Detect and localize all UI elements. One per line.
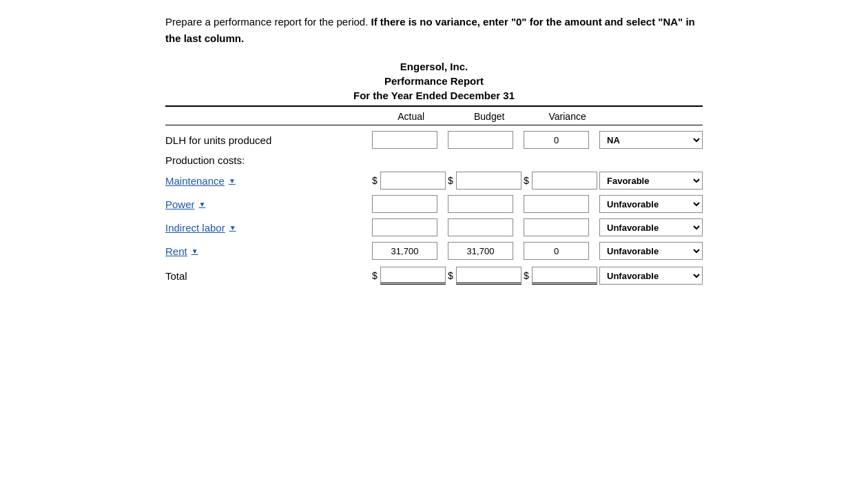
indirect-labor-variance-cell bbox=[524, 218, 599, 236]
rent-link-text: Rent bbox=[165, 245, 187, 257]
maintenance-budget-input[interactable] bbox=[456, 172, 521, 190]
power-budget-cell bbox=[448, 195, 524, 213]
total-label: Total bbox=[165, 270, 372, 282]
dlh-type-select[interactable]: NA Favorable Unfavorable bbox=[599, 131, 703, 149]
col-header-divider bbox=[165, 125, 703, 125]
dlh-variance-cell bbox=[524, 131, 599, 149]
rent-actual-cell bbox=[372, 242, 448, 260]
column-headers: Actual Budget Variance bbox=[165, 107, 703, 125]
power-actual-input[interactable] bbox=[372, 195, 437, 213]
maintenance-actual-cell: $ bbox=[372, 172, 448, 190]
maintenance-budget-cell: $ bbox=[448, 172, 524, 190]
maintenance-actual-dollar: $ bbox=[372, 175, 378, 186]
total-type-select[interactable]: Unfavorable Favorable NA bbox=[599, 267, 703, 285]
indirect-labor-variance-input[interactable] bbox=[524, 218, 589, 236]
power-label[interactable]: Power ▼ bbox=[165, 198, 372, 210]
rent-label[interactable]: Rent ▼ bbox=[165, 245, 372, 257]
power-variance-cell bbox=[524, 195, 599, 213]
total-budget-cell: $ bbox=[448, 267, 524, 285]
maintenance-budget-dollar: $ bbox=[448, 175, 453, 186]
dlh-actual-cell bbox=[372, 131, 448, 149]
total-budget-dollar: $ bbox=[448, 270, 453, 281]
dlh-row: DLH for units produced NA Favorable Unfa… bbox=[165, 131, 703, 149]
power-dropdown-arrow: ▼ bbox=[199, 201, 206, 208]
indirect-labor-budget-input[interactable] bbox=[448, 218, 513, 236]
indirect-labor-actual-input[interactable] bbox=[372, 218, 437, 236]
indirect-labor-actual-cell bbox=[372, 218, 448, 236]
maintenance-type-select[interactable]: Favorable Unfavorable NA bbox=[599, 172, 703, 190]
total-variance-cell: $ bbox=[524, 267, 599, 285]
rent-type-cell: Unfavorable Favorable NA bbox=[599, 242, 703, 260]
indirect-labor-link-text: Indirect labor bbox=[165, 222, 225, 234]
indirect-labor-type-cell: Unfavorable Favorable NA bbox=[599, 218, 703, 236]
rent-variance-cell bbox=[524, 242, 599, 260]
power-type-cell: Unfavorable Favorable NA bbox=[599, 195, 703, 213]
rent-dropdown-arrow: ▼ bbox=[192, 247, 198, 255]
indirect-labor-type-select[interactable]: Unfavorable Favorable NA bbox=[599, 218, 703, 236]
total-actual-cell: $ bbox=[372, 267, 448, 285]
dlh-budget-input[interactable] bbox=[448, 131, 513, 149]
actual-column-header: Actual bbox=[372, 111, 450, 122]
power-variance-input[interactable] bbox=[524, 195, 589, 213]
maintenance-actual-input[interactable] bbox=[380, 172, 446, 190]
power-actual-cell bbox=[372, 195, 448, 213]
power-link-text: Power bbox=[165, 198, 195, 210]
variance-column-header: Variance bbox=[528, 111, 606, 122]
company-name: Engersol, Inc. bbox=[165, 61, 703, 72]
total-variance-dollar: $ bbox=[524, 270, 529, 281]
budget-column-header: Budget bbox=[450, 111, 528, 122]
indirect-labor-dropdown-arrow: ▼ bbox=[229, 224, 236, 232]
total-actual-dollar: $ bbox=[372, 270, 378, 281]
dlh-label: DLH for units produced bbox=[165, 134, 372, 146]
maintenance-variance-dollar: $ bbox=[524, 175, 529, 186]
maintenance-variance-input[interactable] bbox=[532, 172, 597, 190]
report-period: For the Year Ended December 31 bbox=[165, 90, 703, 101]
total-type-cell: Unfavorable Favorable NA bbox=[599, 267, 703, 285]
indirect-labor-budget-cell bbox=[448, 218, 524, 236]
rent-variance-input[interactable] bbox=[524, 242, 589, 260]
report-title: Performance Report bbox=[165, 75, 703, 87]
dlh-budget-cell bbox=[448, 131, 524, 149]
dlh-actual-input[interactable] bbox=[372, 131, 437, 149]
indirect-labor-label[interactable]: Indirect labor ▼ bbox=[165, 222, 372, 234]
maintenance-type-cell: Favorable Unfavorable NA bbox=[599, 172, 703, 190]
dlh-type-cell: NA Favorable Unfavorable bbox=[599, 131, 703, 149]
maintenance-label[interactable]: Maintenance ▼ bbox=[165, 175, 372, 187]
power-budget-input[interactable] bbox=[448, 195, 513, 213]
rent-budget-cell bbox=[448, 242, 524, 260]
total-variance-input[interactable] bbox=[532, 267, 597, 285]
rent-budget-input[interactable] bbox=[448, 242, 513, 260]
instructions: Prepare a performance report for the per… bbox=[165, 14, 703, 47]
rent-actual-input[interactable] bbox=[372, 242, 437, 260]
maintenance-dropdown-arrow: ▼ bbox=[229, 177, 236, 185]
maintenance-link-text: Maintenance bbox=[165, 175, 225, 187]
power-type-select[interactable]: Unfavorable Favorable NA bbox=[599, 195, 703, 213]
rent-type-select[interactable]: Unfavorable Favorable NA bbox=[599, 242, 703, 260]
total-actual-input[interactable] bbox=[380, 267, 446, 285]
total-budget-input[interactable] bbox=[456, 267, 521, 285]
power-row: Power ▼ Unfavorable Favorable NA bbox=[165, 195, 703, 213]
production-costs-label: Production costs: bbox=[165, 154, 703, 166]
total-row: Total $ $ $ Unfavorable Favorable NA bbox=[165, 267, 703, 285]
maintenance-row: Maintenance ▼ $ $ $ Favorable Unfavorabl… bbox=[165, 172, 703, 190]
rent-row: Rent ▼ Unfavorable Favorable NA bbox=[165, 242, 703, 260]
instructions-normal: Prepare a performance report for the per… bbox=[165, 16, 368, 28]
maintenance-variance-cell: $ bbox=[524, 172, 599, 190]
dlh-variance-input[interactable] bbox=[524, 131, 589, 149]
indirect-labor-row: Indirect labor ▼ Unfavorable Favorable N… bbox=[165, 218, 703, 236]
